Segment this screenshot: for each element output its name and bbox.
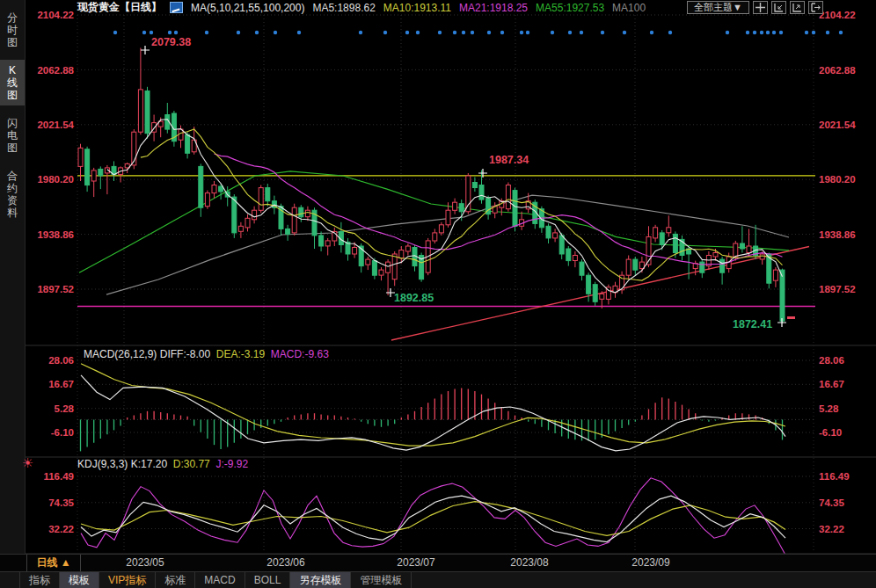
svg-text:116.49: 116.49 (43, 471, 74, 482)
svg-text:2062.88: 2062.88 (37, 65, 74, 76)
sidebar-item-0[interactable]: 分时图 (0, 7, 25, 53)
svg-text:-6.10: -6.10 (819, 427, 842, 438)
svg-text:1980.20: 1980.20 (37, 174, 74, 185)
ma-group-label: MA(5,10,21,55,100,200) (191, 2, 304, 14)
svg-text:1897.52: 1897.52 (819, 284, 856, 294)
instrument-title: 现货黄金【日线】 (77, 0, 162, 15)
svg-text:1938.86: 1938.86 (819, 229, 856, 240)
svg-text:2104.22: 2104.22 (37, 10, 74, 20)
sidebar-item-1[interactable]: K线图 (0, 60, 25, 105)
sidebar-item-3[interactable]: 合约资料 (0, 165, 25, 223)
svg-text:2021.54: 2021.54 (819, 120, 856, 130)
shift-right-icon[interactable] (808, 1, 823, 14)
chart-type-icon (170, 2, 183, 13)
svg-text:32.22: 32.22 (48, 524, 74, 534)
tab-1[interactable]: 模板 (60, 572, 99, 588)
tab-0[interactable]: 指标 (20, 572, 60, 588)
ma21-value: MA21:1918.25 (459, 2, 528, 14)
macd-dea-value: DEA:-3.19 (216, 348, 265, 360)
tab-2[interactable]: VIP指标 (99, 572, 156, 588)
kdj-d-value: D:30.77 (173, 458, 210, 470)
svg-text:1938.86: 1938.86 (37, 229, 74, 240)
date-label-2: 2023/07 (397, 555, 434, 571)
svg-text:1872.41: 1872.41 (733, 318, 772, 330)
kdj-j-value: J:-9.92 (215, 458, 248, 470)
x-axis-row: 日线 ▲ 2023/052023/062023/072023/082023/09 (0, 554, 876, 572)
ma55-value: MA55:1927.53 (536, 2, 604, 14)
svg-text:74.35: 74.35 (48, 497, 74, 508)
sidebar-item-2[interactable]: 闪电图 (0, 113, 25, 158)
ma100-label: MA100 (612, 2, 646, 14)
svg-text:116.49: 116.49 (819, 471, 850, 482)
toolbar-right-group: 全部主题▼ (687, 1, 823, 14)
svg-text:16.67: 16.67 (48, 379, 74, 389)
date-label-3: 2023/08 (510, 555, 548, 571)
tab-5[interactable]: BOLL (245, 572, 291, 588)
svg-text:1980.20: 1980.20 (819, 174, 856, 185)
chart-canvas[interactable]: 2104.222104.222062.882062.882021.542021.… (0, 0, 876, 588)
svg-text:-6.10: -6.10 (51, 427, 74, 438)
crosshair-icon[interactable] (753, 1, 768, 14)
tab-3[interactable]: 标准 (156, 572, 195, 588)
kdj-title: KDJ(9,3,3) (77, 458, 128, 470)
svg-text:2021.54: 2021.54 (37, 120, 74, 130)
top-toolbar: 现货黄金【日线】 MA(5,10,21,55,100,200) MA5:1898… (77, 0, 876, 15)
svg-text:2062.88: 2062.88 (819, 65, 856, 76)
trading-app-window: 2104.222104.222062.882062.882021.542021.… (0, 0, 876, 588)
svg-text:74.35: 74.35 (819, 497, 844, 508)
date-label-1: 2023/06 (266, 555, 304, 571)
date-label-0: 2023/05 (126, 555, 164, 571)
svg-text:1987.34: 1987.34 (489, 154, 529, 166)
svg-text:1897.52: 1897.52 (37, 284, 74, 294)
tab-7[interactable]: 管理模板 (351, 572, 412, 588)
ma5-value: MA5:1898.62 (312, 2, 375, 14)
expand-axis-icon[interactable] (790, 1, 805, 14)
kdj-header: KDJ(9,3,3) K:17.20 D:30.77 J:-9.92 (77, 458, 248, 470)
indicator-settings-icon[interactable]: ☀ (20, 455, 35, 470)
period-selector[interactable]: 日线 ▲ (26, 555, 81, 571)
theme-dropdown-button[interactable]: 全部主题▼ (687, 1, 749, 14)
macd-macd-value: MACD:-9.63 (271, 348, 329, 360)
bottom-tab-bar: 指标模板VIP指标标准MACDBOLL另存模板管理模板 (0, 571, 876, 588)
svg-text:5.28: 5.28 (55, 403, 75, 414)
svg-text:5.28: 5.28 (819, 403, 839, 414)
tab-6[interactable]: 另存模板 (290, 572, 351, 588)
svg-text:32.22: 32.22 (819, 524, 844, 534)
tab-4[interactable]: MACD (195, 572, 245, 588)
svg-text:16.67: 16.67 (819, 379, 844, 389)
kdj-k-value: K:17.20 (131, 458, 167, 470)
svg-text:1892.85: 1892.85 (394, 292, 434, 304)
svg-text:28.06: 28.06 (819, 355, 844, 366)
macd-header: MACD(26,12,9) DIFF:-8.00 DEA:-3.19 MACD:… (84, 348, 329, 360)
ma10-value: MA10:1913.11 (383, 2, 451, 14)
svg-text:2079.38: 2079.38 (151, 36, 191, 48)
compress-axis-icon[interactable] (771, 1, 786, 14)
macd-diff-value: DIFF:-8.00 (160, 348, 210, 360)
left-sidebar: 分时图K线图闪电图合约资料 (0, 0, 26, 571)
svg-text:28.06: 28.06 (48, 355, 74, 366)
tab-bar-lead-cell (0, 572, 20, 588)
date-label-4: 2023/09 (631, 555, 669, 571)
macd-title: MACD(26,12,9) (84, 348, 157, 360)
